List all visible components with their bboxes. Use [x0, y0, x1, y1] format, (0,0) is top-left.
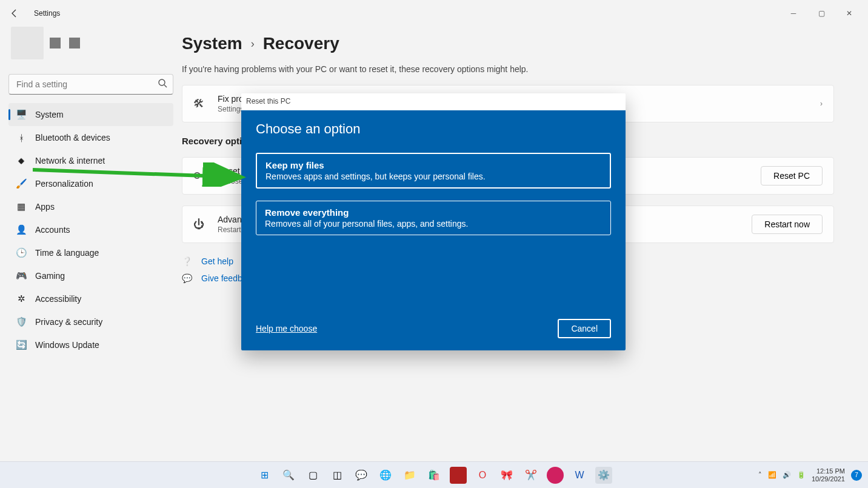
nav-label: Gaming: [35, 271, 65, 281]
nav-icon: ᚼ: [16, 133, 27, 143]
wifi-icon[interactable]: 📶: [768, 471, 776, 479]
option-title: Keep my files: [265, 160, 601, 170]
word-icon[interactable]: W: [571, 467, 588, 484]
option-sub: Removes all of your personal files, apps…: [265, 219, 602, 229]
sidebar-item-bluetooth-devices[interactable]: ᚼBluetooth & devices: [8, 126, 173, 149]
nav-icon: ▦: [16, 201, 27, 212]
sidebar-item-gaming[interactable]: 🎮Gaming: [8, 264, 173, 287]
nav-label: Personalization: [35, 179, 93, 189]
store-icon[interactable]: 🛍️: [426, 467, 442, 484]
battery-icon[interactable]: 🔋: [797, 471, 806, 479]
close-button[interactable]: ✕: [835, 4, 863, 22]
clock[interactable]: 12:15 PM 10/29/2021: [812, 467, 845, 483]
nav-icon: 🖌️: [16, 178, 27, 189]
option-title: Remove everything: [265, 207, 602, 218]
breadcrumb: System › Recovery: [182, 34, 834, 53]
app-icon[interactable]: [450, 467, 467, 484]
nav-icon: 🕒: [16, 247, 27, 258]
opera-icon[interactable]: O: [474, 467, 491, 484]
minimize-button[interactable]: ─: [780, 4, 807, 22]
sidebar-item-time-language[interactable]: 🕒Time & language: [8, 241, 173, 264]
nav-icon: ✲: [16, 293, 27, 304]
volume-icon[interactable]: 🔊: [783, 471, 791, 479]
nav-icon: 🔄: [16, 339, 27, 350]
nav-icon: ⯁: [16, 156, 27, 166]
nav-label: Apps: [35, 202, 55, 212]
option-keep-my-files[interactable]: Keep my files Removes apps and settings,…: [256, 153, 611, 189]
taskbar: ⊞ 🔍 ▢ ◫ 💬 🌐 📁 🛍️ O 🎀 ✂️ W ⚙️ ˄ 📶 🔊 🔋 12:…: [0, 461, 868, 488]
start-button[interactable]: ⊞: [256, 467, 273, 484]
option-sub: Removes apps and settings, but keeps you…: [265, 172, 601, 181]
intro-text: If you're having problems with your PC o…: [182, 64, 834, 74]
dialog-heading: Choose an option: [256, 121, 611, 137]
nav-label: Accounts: [35, 225, 70, 235]
tray-expand-icon[interactable]: ˄: [758, 471, 762, 479]
notification-badge[interactable]: 7: [851, 470, 862, 481]
nav-label: Time & language: [35, 248, 99, 258]
sidebar-item-network-internet[interactable]: ⯁Network & internet: [8, 149, 173, 172]
window-title: Settings: [34, 9, 60, 18]
settings-icon[interactable]: ⚙️: [595, 467, 612, 484]
dialog-titlebar: Reset this PC: [241, 93, 626, 110]
svg-point-0: [159, 79, 165, 85]
sidebar: 🖥️SystemᚼBluetooth & devices⯁Network & i…: [0, 27, 182, 461]
sidebar-item-privacy-security[interactable]: 🛡️Privacy & security: [8, 310, 173, 333]
sidebar-item-windows-update[interactable]: 🔄Windows Update: [8, 333, 173, 356]
nav-icon: 🛡️: [16, 316, 27, 327]
sidebar-item-system[interactable]: 🖥️System: [8, 103, 173, 126]
time-text: 12:15 PM: [812, 467, 845, 475]
nav-icon: 👤: [16, 224, 27, 235]
reset-pc-button[interactable]: Reset PC: [761, 166, 823, 186]
get-help-label: Get help: [201, 256, 233, 266]
nav-label: Network & internet: [35, 156, 105, 165]
restart-now-button[interactable]: Restart now: [752, 215, 823, 234]
help-me-choose-link[interactable]: Help me choose: [256, 324, 317, 333]
breadcrumb-current: Recovery: [263, 34, 339, 53]
reset-icon: ⟳: [193, 169, 207, 182]
chevron-right-icon: ›: [251, 38, 255, 50]
reset-pc-dialog: Reset this PC Choose an option Keep my f…: [241, 93, 626, 350]
nav-icon: 🎮: [16, 270, 27, 281]
wrench-icon: 🛠: [193, 98, 207, 110]
search-icon: [158, 78, 167, 90]
taskbar-center: ⊞ 🔍 ▢ ◫ 💬 🌐 📁 🛍️ O 🎀 ✂️ W ⚙️: [256, 467, 612, 484]
help-icon: ❔: [182, 256, 193, 266]
explorer-icon[interactable]: 📁: [401, 467, 418, 484]
nav-label: Bluetooth & devices: [35, 133, 110, 142]
app-icon[interactable]: [547, 467, 564, 484]
nav-list: 🖥️SystemᚼBluetooth & devices⯁Network & i…: [8, 103, 173, 356]
power-icon: ⏻: [193, 218, 207, 231]
option-remove-everything[interactable]: Remove everything Removes all of your pe…: [256, 201, 611, 235]
taskbar-search-icon[interactable]: 🔍: [280, 467, 297, 484]
system-tray: ˄ 📶 🔊 🔋 12:15 PM 10/29/2021 7: [758, 467, 862, 483]
avatar: [11, 27, 44, 59]
edge-icon[interactable]: 🌐: [377, 467, 394, 484]
sidebar-item-accessibility[interactable]: ✲Accessibility: [8, 287, 173, 310]
breadcrumb-parent[interactable]: System: [182, 34, 242, 53]
date-text: 10/29/2021: [812, 475, 845, 483]
sidebar-item-accounts[interactable]: 👤Accounts: [8, 218, 173, 241]
cancel-button[interactable]: Cancel: [558, 319, 611, 338]
chat-icon[interactable]: 💬: [353, 467, 370, 484]
svg-line-1: [164, 85, 167, 87]
widgets-icon[interactable]: ◫: [329, 467, 346, 484]
nav-label: Windows Update: [35, 340, 99, 350]
nav-label: System: [35, 110, 64, 119]
nav-label: Accessibility: [35, 294, 81, 304]
maximize-button[interactable]: ▢: [807, 4, 835, 22]
nav-icon: 🖥️: [16, 109, 27, 120]
task-view-icon[interactable]: ▢: [304, 467, 321, 484]
feedback-icon: 💬: [182, 273, 193, 283]
search-input[interactable]: [8, 74, 173, 95]
app-icon[interactable]: 🎀: [498, 467, 515, 484]
sidebar-item-personalization[interactable]: 🖌️Personalization: [8, 172, 173, 195]
titlebar: Settings ─ ▢ ✕: [0, 0, 868, 27]
nav-label: Privacy & security: [35, 317, 102, 327]
sidebar-item-apps[interactable]: ▦Apps: [8, 195, 173, 218]
back-button[interactable]: [5, 4, 24, 23]
profile-block[interactable]: [8, 27, 173, 63]
chevron-right-icon: ›: [820, 99, 823, 108]
search-container: [8, 74, 173, 95]
snip-icon[interactable]: ✂️: [522, 467, 539, 484]
